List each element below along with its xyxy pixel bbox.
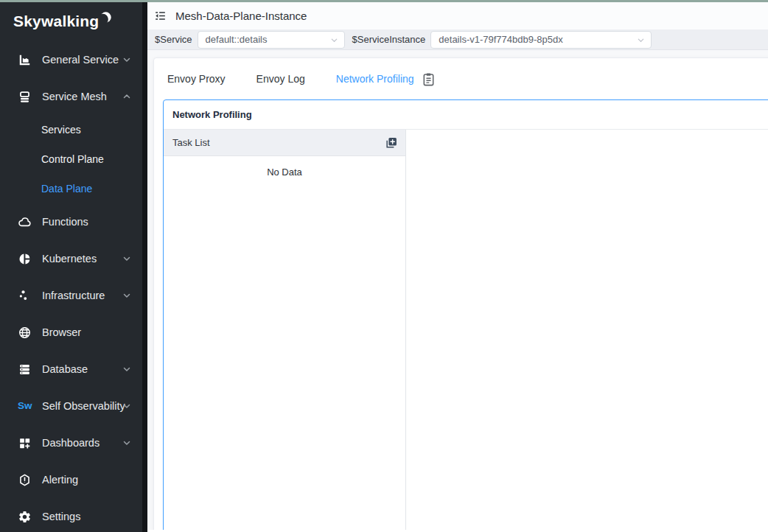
sidebar-item-database[interactable]: Database	[0, 351, 147, 388]
layers-icon	[18, 90, 32, 104]
sidebar-item-alerting[interactable]: Alerting	[0, 461, 147, 498]
menu-fold-icon[interactable]	[150, 7, 170, 26]
sw-logo-icon: Sw	[18, 399, 32, 413]
chart-icon	[18, 53, 32, 67]
task-list-column: Task List No Data	[164, 130, 406, 530]
task-list-title: Task List	[172, 137, 210, 148]
sidebar-item-infrastructure[interactable]: Infrastructure	[0, 277, 147, 314]
network-profiling-panel: Network Profiling Task List	[163, 99, 768, 530]
sidebar-item-dashboards[interactable]: Dashboards	[0, 424, 147, 461]
chevron-down-icon	[122, 291, 131, 300]
chevron-down-icon	[122, 402, 131, 410]
sidebar-nav: General Service Service Mesh Services Co…	[0, 41, 147, 532]
server-stack-icon	[18, 363, 32, 377]
chevron-down-icon	[637, 36, 645, 44]
sidebar: Skywalking General Service	[0, 0, 147, 532]
sidebar-item-kubernetes[interactable]: Kubernetes	[0, 240, 147, 277]
sidebar-scrollbar[interactable]	[142, 0, 147, 532]
window-top-edge	[0, 0, 768, 2]
gear-icon	[18, 510, 32, 524]
page-title: Mesh-Data-Plane-Instance	[175, 10, 307, 22]
service-instance-label: $ServiceInstance	[352, 34, 426, 45]
crescent-moon-icon	[100, 11, 112, 24]
chevron-down-icon	[122, 365, 131, 374]
chevron-down-icon	[330, 36, 338, 44]
page-header: Mesh-Data-Plane-Instance	[147, 2, 768, 29]
sidebar-item-service-mesh[interactable]: Service Mesh	[0, 78, 147, 115]
sidebar-item-general-service[interactable]: General Service	[0, 41, 147, 78]
task-detail-area	[406, 130, 768, 530]
new-task-icon[interactable]	[384, 136, 399, 150]
sidebar-item-control-plane[interactable]: Control Plane	[0, 144, 147, 174]
sidebar-item-settings[interactable]: Settings	[0, 498, 147, 532]
dashboard-grid-icon	[18, 436, 32, 450]
empty-state-text: No Data	[164, 156, 405, 178]
task-list-header: Task List	[164, 130, 405, 156]
alert-hexagon-icon	[18, 473, 32, 487]
globe-icon	[18, 326, 32, 340]
sidebar-item-self-observability[interactable]: Sw Self Observability	[0, 388, 147, 424]
service-instance-select[interactable]: details-v1-79f774bdb9-8p5dx	[430, 31, 652, 49]
cloud-icon	[18, 215, 32, 229]
tab-bar: Envoy Proxy Envoy Log Network Profiling	[154, 58, 768, 99]
tab-network-profiling[interactable]: Network Profiling	[336, 73, 414, 85]
tab-envoy-log[interactable]: Envoy Log	[256, 73, 305, 85]
dashboard-card: Envoy Proxy Envoy Log Network Profiling …	[153, 57, 768, 530]
app-logo: Skywalking	[0, 0, 147, 41]
filter-bar: $Service default::details $ServiceInstan…	[147, 29, 768, 50]
app-logo-text: Skywalking	[13, 13, 99, 30]
service-select[interactable]: default::details	[198, 31, 345, 49]
sidebar-item-data-plane[interactable]: Data Plane	[0, 174, 147, 203]
chevron-down-icon	[122, 55, 131, 64]
chevron-down-icon	[122, 438, 131, 447]
chevron-down-icon	[122, 254, 131, 263]
pie-chart-icon	[18, 252, 32, 266]
panel-body: Task List No Data	[164, 130, 768, 530]
service-label: $Service	[155, 34, 192, 45]
dots-cluster-icon	[18, 289, 32, 303]
clipboard-icon[interactable]	[422, 71, 436, 86]
sidebar-item-services[interactable]: Services	[0, 115, 147, 144]
content-area: Envoy Proxy Envoy Log Network Profiling …	[147, 50, 768, 530]
panel-title: Network Profiling	[164, 100, 768, 130]
chevron-up-icon	[122, 92, 131, 101]
sidebar-item-functions[interactable]: Functions	[0, 203, 147, 240]
sidebar-item-browser[interactable]: Browser	[0, 314, 147, 351]
service-instance-select-value: details-v1-79f774bdb9-8p5dx	[439, 34, 562, 45]
service-select-value: default::details	[206, 34, 268, 45]
tab-envoy-proxy[interactable]: Envoy Proxy	[167, 73, 226, 85]
main-area: Mesh-Data-Plane-Instance $Service defaul…	[147, 2, 768, 532]
